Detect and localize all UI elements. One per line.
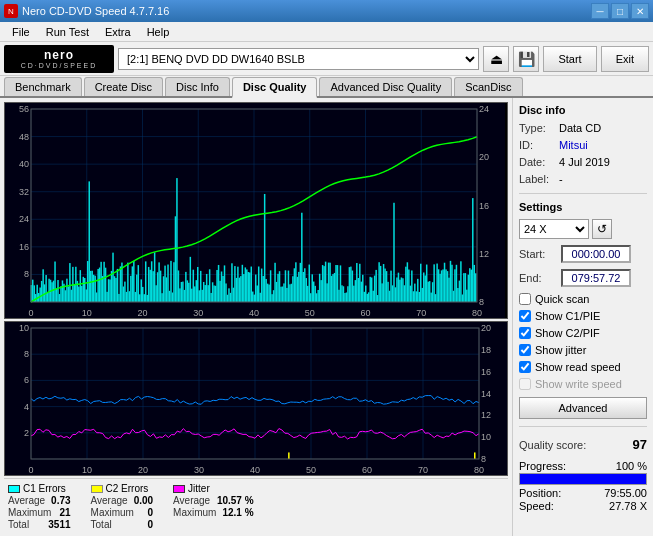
- top-chart: [4, 102, 508, 319]
- quick-scan-checkbox[interactable]: [519, 293, 531, 305]
- start-button[interactable]: Start: [543, 46, 596, 72]
- progress-label: Progress:: [519, 460, 566, 472]
- speed-select[interactable]: 24 X Max 4 X 8 X 16 X 32 X 40 X 48 X: [519, 219, 589, 239]
- eject-button[interactable]: ⏏: [483, 46, 509, 72]
- divider-1: [519, 193, 647, 194]
- jitter-label: Jitter: [188, 483, 210, 494]
- c2-avg-value: 0.00: [134, 495, 153, 506]
- quality-score-row: Quality score: 97: [519, 437, 647, 452]
- tab-scan-disc[interactable]: ScanDisc: [454, 77, 522, 96]
- tab-disc-quality[interactable]: Disc Quality: [232, 77, 318, 98]
- speed-label: Speed:: [519, 500, 554, 512]
- menu-help[interactable]: Help: [139, 24, 178, 40]
- main-content: C1 Errors Average 0.73 Maximum 21 Total …: [0, 98, 653, 536]
- c1-total-value: 3511: [48, 519, 70, 530]
- date-value: 4 Jul 2019: [559, 156, 610, 168]
- quality-score-label: Quality score:: [519, 439, 586, 451]
- show-read-speed-row: Show read speed: [519, 361, 647, 373]
- drive-select[interactable]: [2:1] BENQ DVD DD DW1640 BSLB: [118, 48, 479, 70]
- app-icon: N: [4, 4, 18, 18]
- start-input[interactable]: [561, 245, 631, 263]
- jitter-group: Jitter Average 10.57 % Maximum 12.1 %: [173, 483, 253, 530]
- right-panel: Disc info Type: Data CD ID: Mitsui Date:…: [512, 98, 653, 536]
- show-write-speed-row: Show write speed: [519, 378, 647, 390]
- jitter-color-box: [173, 485, 185, 493]
- disc-date-row: Date: 4 Jul 2019: [519, 156, 647, 168]
- progress-value: 100 %: [616, 460, 647, 472]
- maximize-button[interactable]: □: [611, 3, 629, 19]
- show-jitter-checkbox[interactable]: [519, 344, 531, 356]
- show-write-speed-checkbox[interactable]: [519, 378, 531, 390]
- show-c2-pif-label: Show C2/PIF: [535, 327, 600, 339]
- close-button[interactable]: ✕: [631, 3, 649, 19]
- save-button[interactable]: 💾: [513, 46, 539, 72]
- c1-label: C1 Errors: [23, 483, 66, 494]
- show-jitter-row: Show jitter: [519, 344, 647, 356]
- jitter-max-label: Maximum: [173, 507, 216, 518]
- menu-extra[interactable]: Extra: [97, 24, 139, 40]
- c1-max-label: Maximum: [8, 507, 51, 518]
- c2-total-label: Total: [91, 519, 112, 530]
- refresh-button[interactable]: ↺: [592, 219, 612, 239]
- window-title: Nero CD-DVD Speed 4.7.7.16: [22, 5, 169, 17]
- title-bar: N Nero CD-DVD Speed 4.7.7.16 ─ □ ✕: [0, 0, 653, 22]
- quick-scan-row: Quick scan: [519, 293, 647, 305]
- label-label: Label:: [519, 173, 555, 185]
- menu-run-test[interactable]: Run Test: [38, 24, 97, 40]
- c2-avg-label: Average: [91, 495, 128, 506]
- date-label: Date:: [519, 156, 555, 168]
- tab-bar: Benchmark Create Disc Disc Info Disc Qua…: [0, 76, 653, 98]
- tab-disc-info[interactable]: Disc Info: [165, 77, 230, 96]
- c2-label: C2 Errors: [106, 483, 149, 494]
- exit-button[interactable]: Exit: [601, 46, 649, 72]
- toolbar: nero CD·DVD/SPEED [2:1] BENQ DVD DD DW16…: [0, 42, 653, 76]
- advanced-button[interactable]: Advanced: [519, 397, 647, 419]
- disc-label-row: Label: -: [519, 173, 647, 185]
- minimize-button[interactable]: ─: [591, 3, 609, 19]
- position-row: Position: 79:55.00: [519, 487, 647, 499]
- c1-errors-group: C1 Errors Average 0.73 Maximum 21 Total …: [8, 483, 71, 530]
- label-value: -: [559, 173, 563, 185]
- c1-total-label: Total: [8, 519, 29, 530]
- c1-avg-value: 0.73: [51, 495, 70, 506]
- type-label: Type:: [519, 122, 555, 134]
- jitter-avg-label: Average: [173, 495, 210, 506]
- speed-row: 24 X Max 4 X 8 X 16 X 32 X 40 X 48 X ↺: [519, 219, 647, 239]
- jitter-max-value: 12.1 %: [222, 507, 253, 518]
- show-c1-pie-checkbox[interactable]: [519, 310, 531, 322]
- c2-max-value: 0: [148, 507, 154, 518]
- tab-benchmark[interactable]: Benchmark: [4, 77, 82, 96]
- bottom-chart: [4, 321, 508, 476]
- position-label: Position:: [519, 487, 561, 499]
- progress-row: Progress: 100 %: [519, 460, 647, 472]
- c2-color-box: [91, 485, 103, 493]
- title-buttons: ─ □ ✕: [591, 3, 649, 19]
- menu-file[interactable]: File: [4, 24, 38, 40]
- id-value: Mitsui: [559, 139, 588, 151]
- bottom-chart-canvas: [5, 322, 507, 476]
- show-read-speed-checkbox[interactable]: [519, 361, 531, 373]
- c2-errors-group: C2 Errors Average 0.00 Maximum 0 Total 0: [91, 483, 154, 530]
- show-c2-pif-checkbox[interactable]: [519, 327, 531, 339]
- c1-avg-label: Average: [8, 495, 45, 506]
- disc-type-row: Type: Data CD: [519, 122, 647, 134]
- show-read-speed-label: Show read speed: [535, 361, 621, 373]
- top-chart-canvas: [5, 103, 505, 319]
- progress-bar-outer: [519, 473, 647, 485]
- tab-advanced-disc-quality[interactable]: Advanced Disc Quality: [319, 77, 452, 96]
- show-jitter-label: Show jitter: [535, 344, 586, 356]
- c1-color-box: [8, 485, 20, 493]
- start-field-row: Start:: [519, 245, 647, 263]
- disc-id-row: ID: Mitsui: [519, 139, 647, 151]
- disc-info-title: Disc info: [519, 104, 647, 116]
- jitter-avg-value: 10.57 %: [217, 495, 254, 506]
- end-input[interactable]: [561, 269, 631, 287]
- end-field-row: End:: [519, 269, 647, 287]
- progress-section: Progress: 100 % Position: 79:55.00 Speed…: [519, 460, 647, 513]
- settings-title: Settings: [519, 201, 647, 213]
- chart-area: C1 Errors Average 0.73 Maximum 21 Total …: [0, 98, 512, 536]
- menu-bar: File Run Test Extra Help: [0, 22, 653, 42]
- tab-create-disc[interactable]: Create Disc: [84, 77, 163, 96]
- show-c2-pif-row: Show C2/PIF: [519, 327, 647, 339]
- progress-bar-inner: [520, 474, 646, 484]
